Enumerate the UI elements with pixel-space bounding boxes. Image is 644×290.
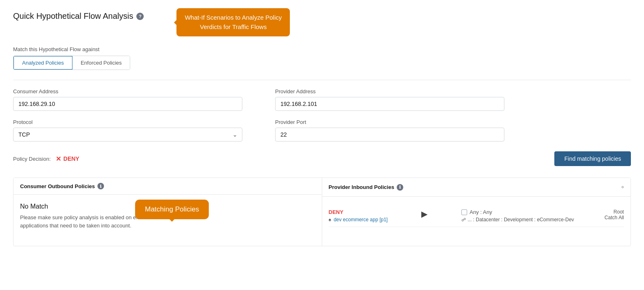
cursor-icon: ◦ (621, 183, 624, 191)
page-header: Quick Hypothetical Flow Analysis ? What-… (13, 10, 631, 36)
title-text: Quick Hypothetical Flow Analysis (13, 11, 133, 21)
divider (13, 80, 631, 80)
matching-policies-tooltip: Matching Policies (135, 200, 209, 219)
checkbox-unchecked[interactable] (461, 209, 467, 215)
provider-row-left: DENY ♠ dev ecommerce app [p1] (329, 209, 388, 223)
deny-badge: ✕ DENY (56, 155, 79, 163)
consumer-info-icon[interactable]: ℹ (97, 183, 104, 189)
provider-port-input[interactable] (275, 128, 504, 142)
protocol-group: Protocol TCP UDP ICMP ⌄ (13, 119, 242, 142)
provider-result-row: DENY ♠ dev ecommerce app [p1] ▶ Any : An… (329, 205, 624, 227)
protocol-select-wrapper: TCP UDP ICMP ⌄ (13, 128, 242, 142)
results-container: Consumer Outbound Policies ℹ No Match Pl… (13, 178, 631, 246)
tooltip-text: What-If Scenarios to Analyze Policy Verd… (185, 14, 282, 30)
page-title: Quick Hypothetical Flow Analysis ? (13, 11, 144, 21)
provider-panel-content: DENY ♠ dev ecommerce app [p1] ▶ Any : An… (322, 197, 631, 246)
mouse-cursor-icon: ▶ (421, 209, 427, 219)
tab-enforced-policies[interactable]: Enforced Policies (72, 56, 130, 70)
header-tooltip: What-If Scenarios to Analyze Policy Verd… (176, 8, 290, 36)
match-label: Match this Hypothetical Flow against (13, 46, 631, 52)
match-section: Match this Hypothetical Flow against Ana… (13, 46, 631, 70)
tab-analyzed-policies[interactable]: Analyzed Policies (13, 56, 73, 70)
provider-app-row: ♠ dev ecommerce app [p1] (329, 217, 388, 223)
datacenter-text: ... : Datacenter : Development : eCommer… (468, 217, 574, 223)
deny-text: DENY (63, 155, 79, 162)
help-icon[interactable]: ? (136, 13, 144, 20)
protocol-label: Protocol (13, 119, 242, 125)
policy-decision-row: Policy Decision: ✕ DENY Find matching po… (13, 151, 631, 171)
protocol-select[interactable]: TCP UDP ICMP (13, 128, 242, 142)
provider-panel-title: Provider Inbound Policies (329, 184, 394, 190)
provider-any-label: Any : Any (470, 209, 492, 215)
deny-x-icon: ✕ (56, 155, 61, 163)
provider-port-group: Provider Port (275, 119, 504, 142)
provider-datacenter-path: ☍ ... : Datacenter : Development : eComm… (461, 217, 574, 223)
form-grid: Consumer Address Provider Address Protoc… (13, 88, 504, 142)
provider-address-label: Provider Address (275, 88, 504, 94)
provider-address-group: Provider Address (275, 88, 504, 111)
find-matching-policies-button[interactable]: Find matching policies (554, 151, 631, 166)
consumer-address-group: Consumer Address (13, 88, 242, 111)
provider-info-icon[interactable]: ℹ (397, 184, 403, 191)
provider-port-label: Provider Port (275, 119, 504, 125)
provider-row-middle: Any : Any ☍ ... : Datacenter : Developme… (461, 209, 574, 223)
catch-all-label: Catch All (605, 215, 624, 220)
root-catch-all: Root Catch All (605, 209, 624, 220)
policy-decision-label: Policy Decision: (13, 156, 51, 162)
matching-tooltip-text: Matching Policies (145, 205, 199, 213)
consumer-address-input[interactable] (13, 97, 242, 111)
root-label: Root (605, 209, 624, 215)
provider-deny-text: DENY (329, 209, 388, 215)
provider-panel-header: Provider Inbound Policies ℹ ◦ (322, 178, 631, 197)
app-group-icon: ♠ (329, 217, 331, 223)
provider-inbound-panel: Provider Inbound Policies ℹ ◦ DENY ♠ dev… (322, 178, 631, 246)
provider-address-input[interactable] (275, 97, 504, 111)
network-icon: ☍ (461, 217, 466, 223)
tab-group: Analyzed Policies Enforced Policies (13, 56, 130, 70)
policy-decision-left: Policy Decision: ✕ DENY (13, 155, 79, 163)
consumer-panel-header: Consumer Outbound Policies ℹ (14, 178, 322, 195)
provider-app-name[interactable]: dev ecommerce app [p1] (334, 217, 388, 223)
consumer-address-label: Consumer Address (13, 88, 242, 94)
consumer-panel-title: Consumer Outbound Policies (20, 183, 95, 189)
